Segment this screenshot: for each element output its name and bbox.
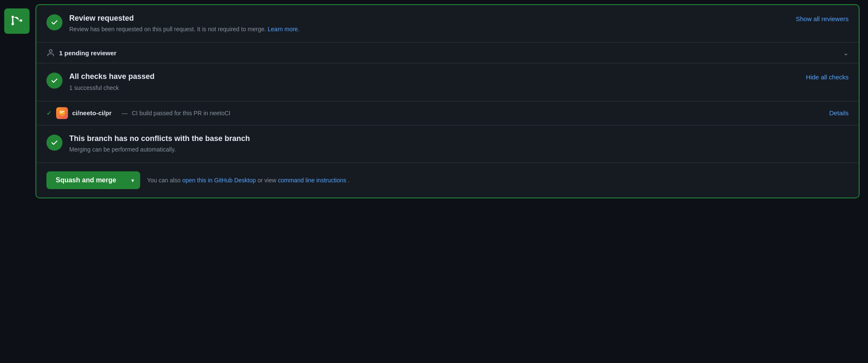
squash-merge-button[interactable]: Squash and merge ▾: [46, 171, 140, 189]
hide-all-checks-link[interactable]: Hide all checks: [806, 73, 849, 81]
squash-merge-dropdown-button[interactable]: ▾: [125, 171, 140, 189]
ci-separator: [116, 110, 117, 116]
learn-more-link[interactable]: Learn more.: [268, 26, 299, 33]
git-merge-icon: [4, 8, 30, 34]
show-all-reviewers-link[interactable]: Show all reviewers: [796, 15, 849, 22]
checks-text-block: All checks have passed 1 successful chec…: [69, 72, 155, 92]
chevron-down-icon[interactable]: ⌄: [843, 49, 849, 57]
period: .: [348, 177, 350, 184]
merge-also-text: You can also open this in GitHub Desktop…: [147, 177, 350, 184]
no-conflicts-svg: [50, 138, 59, 147]
no-conflicts-title: This branch has no conflicts with the ba…: [69, 134, 250, 144]
pending-reviewer-row[interactable]: 1 pending reviewer ⌄: [36, 43, 859, 63]
checks-passed-section: All checks have passed 1 successful chec…: [36, 63, 859, 101]
ci-separator-dash: —: [122, 110, 127, 116]
svg-rect-3: [60, 111, 65, 112]
checks-check-icon: [46, 73, 62, 89]
also-text: You can also: [147, 177, 181, 184]
review-requested-section: Review requested Review has been request…: [36, 5, 859, 43]
svg-rect-6: [62, 115, 62, 116]
no-conflicts-text-block: This branch has no conflicts with the ba…: [69, 134, 250, 154]
checks-title: All checks have passed: [69, 72, 155, 81]
or-text: or view: [258, 177, 276, 184]
checks-left: All checks have passed 1 successful chec…: [46, 72, 155, 92]
review-left: Review requested Review has been request…: [46, 14, 300, 34]
ci-left: ✓ ci/neeto-ci/pr — CI build passed for t…: [46, 107, 231, 119]
command-line-link[interactable]: command line instructions: [278, 177, 346, 184]
review-title: Review requested: [69, 14, 300, 23]
no-conflicts-left: This branch has no conflicts with the ba…: [46, 134, 250, 154]
open-desktop-link[interactable]: open this in GitHub Desktop: [182, 177, 256, 184]
check-svg: [50, 18, 59, 27]
ci-check-icon: ✓: [46, 109, 52, 117]
ci-app-icon: [56, 107, 68, 119]
merge-section: Squash and merge ▾ You can also open thi…: [36, 163, 859, 198]
review-check-icon: [46, 14, 62, 30]
ci-name: ci/neeto-ci/pr: [72, 109, 111, 116]
pending-reviewer-count: 1 pending reviewer: [59, 49, 117, 57]
checks-check-svg: [50, 76, 59, 85]
pr-merge-panel: Review requested Review has been request…: [35, 4, 860, 198]
ci-icon-svg: [58, 109, 66, 117]
ci-details-link[interactable]: Details: [829, 109, 849, 116]
review-desc: Review has been requested on this pull r…: [69, 25, 300, 34]
pending-left: 1 pending reviewer: [46, 49, 117, 57]
review-text-block: Review requested Review has been request…: [69, 14, 300, 34]
review-desc-text: Review has been requested on this pull r…: [69, 26, 266, 33]
checks-desc: 1 successful check: [69, 84, 155, 92]
squash-merge-main-button[interactable]: Squash and merge: [46, 171, 125, 189]
no-conflicts-desc: Merging can be performed automatically.: [69, 145, 250, 154]
merge-svg: [10, 14, 24, 28]
no-conflicts-check-icon: [46, 135, 62, 151]
no-conflicts-section: This branch has no conflicts with the ba…: [36, 125, 859, 163]
ci-check-row: ✓ ci/neeto-ci/pr — CI build passed for t…: [36, 101, 859, 125]
ci-description: CI build passed for this PR in neetoCI: [132, 110, 230, 116]
svg-point-1: [49, 50, 52, 53]
person-icon: [46, 49, 55, 57]
svg-rect-4: [60, 112, 63, 113]
